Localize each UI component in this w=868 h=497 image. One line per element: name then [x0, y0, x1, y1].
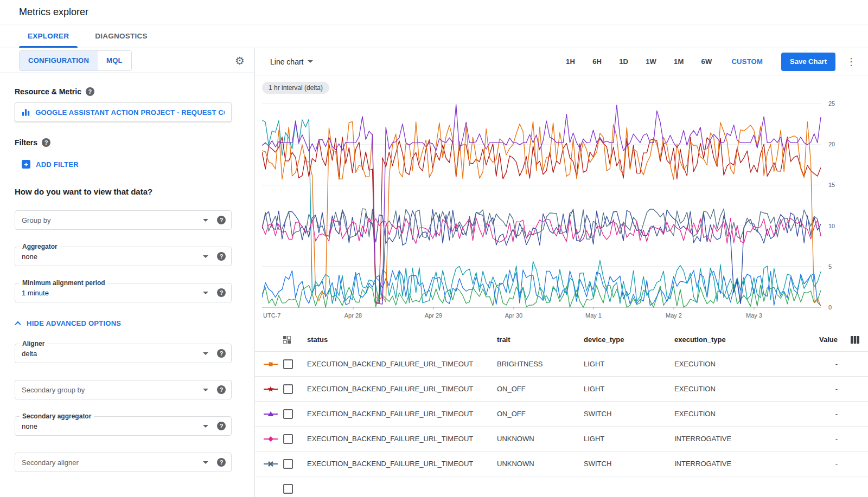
help-icon[interactable]: ?: [217, 252, 226, 261]
row-checkbox[interactable]: [283, 459, 293, 469]
chart-series-slate: [262, 209, 821, 301]
titlebar: Metrics explorer: [0, 0, 868, 24]
y-axis-tick: 0: [828, 304, 832, 311]
table-row: EXECUTION_BACKEND_FAILURE_URL_TIMEOUTBRI…: [255, 352, 868, 377]
main-content: CONFIGURATION MQL ⚙ Resource & Metric ?: [0, 48, 868, 497]
tab-diagnostics[interactable]: DIAGNOSTICS: [82, 24, 161, 48]
select-secondary-aligner[interactable]: Secondary aligner?: [15, 453, 232, 472]
chart-type-label: Line chart: [270, 57, 303, 66]
cell-value: -: [810, 410, 838, 418]
series-table: status trait device_type execution_type …: [255, 328, 868, 497]
hide-advanced-options-toggle[interactable]: HIDE ADVANCED OPTIONS: [16, 319, 121, 327]
select-aggregator[interactable]: Aggregatornone?: [15, 247, 232, 266]
add-filter-label: ADD FILTER: [36, 160, 79, 169]
cell-execution-type: INTERROGATIVE: [674, 460, 810, 468]
settings-gear-icon[interactable]: ⚙: [235, 55, 245, 66]
resource-metric-chip[interactable]: GOOGLE ASSISTANT ACTION PROJECT - REQUES…: [15, 102, 232, 122]
row-checkbox[interactable]: [283, 409, 293, 419]
cell-status: EXECUTION_BACKEND_FAILURE_URL_TIMEOUT: [307, 435, 497, 443]
config-mql-toggle: CONFIGURATION MQL: [19, 50, 132, 71]
chevron-down-icon: [203, 255, 208, 258]
table-row: EXECUTION_BACKEND_FAILURE_URL_TIMEOUTUNK…: [255, 451, 868, 476]
time-range-6h[interactable]: 6H: [592, 57, 602, 66]
cell-status: EXECUTION_BACKEND_FAILURE_URL_TIMEOUT: [307, 385, 497, 393]
select-secondary-aggregator[interactable]: Secondary aggregatornone?: [15, 416, 232, 436]
cell-status: EXECUTION_BACKEND_FAILURE_URL_TIMEOUT: [307, 360, 497, 368]
x-axis-label: UTC-7: [263, 312, 280, 319]
help-icon[interactable]: ?: [217, 422, 226, 430]
help-icon[interactable]: ?: [217, 349, 226, 358]
table-row: EXECUTION_BACKEND_FAILURE_URL_TIMEOUTON_…: [255, 377, 868, 402]
config-form: Resource & Metric ? GOOGLE ASSISTANT ACT…: [0, 73, 254, 489]
plus-icon: +: [22, 160, 30, 169]
cell-status: EXECUTION_BACKEND_FAILURE_URL_TIMEOUT: [307, 410, 497, 418]
series-legend-glyph: [264, 385, 283, 393]
tab-explorer[interactable]: EXPLORER: [15, 24, 82, 48]
chevron-up-icon: [15, 321, 21, 327]
select-value-aligner: delta: [22, 350, 203, 358]
help-icon[interactable]: ?: [217, 216, 226, 224]
table-row: [255, 476, 868, 497]
overflow-menu-icon[interactable]: ⋮: [846, 56, 856, 68]
series-table-body: EXECUTION_BACKEND_FAILURE_URL_TIMEOUTBRI…: [255, 352, 868, 497]
advanced-fields: Alignerdelta?Secondary group by?Secondar…: [15, 344, 246, 472]
select-value-secondary-aggregator: none: [22, 422, 203, 430]
chart-type-dropdown[interactable]: Line chart: [270, 57, 313, 66]
tab-bar: EXPLORER DIAGNOSTICS: [0, 24, 868, 48]
y-axis-tick: 20: [828, 141, 835, 147]
metrics-explorer-app: Metrics explorer EXPLORER DIAGNOSTICS CO…: [0, 0, 868, 497]
select-secondary-group-by[interactable]: Secondary group by?: [15, 380, 232, 399]
select-aligner[interactable]: Alignerdelta?: [15, 344, 232, 363]
column-header-execution-type: execution_type: [674, 335, 810, 344]
chart-area: 1 hr interval (delta) 0510152025UTC-7Apr…: [255, 75, 868, 322]
chart-toolbar: Line chart 1H6H1D1W1M6W CUSTOM Save Char…: [255, 48, 868, 75]
resource-metric-section: Resource & Metric ?: [15, 87, 246, 96]
select-group-by[interactable]: Group by?: [15, 210, 232, 230]
row-checkbox[interactable]: [283, 484, 293, 494]
save-chart-button[interactable]: Save Chart: [781, 53, 835, 71]
field-label-aggregator: Aggregator: [20, 243, 60, 250]
help-icon[interactable]: ?: [217, 288, 226, 297]
time-range-6w[interactable]: 6W: [701, 57, 712, 66]
column-header-device-type: device_type: [584, 335, 674, 344]
column-header-value: Value: [810, 335, 838, 344]
row-checkbox[interactable]: [283, 359, 293, 369]
configuration-panel: CONFIGURATION MQL ⚙ Resource & Metric ?: [0, 48, 255, 497]
chart-panel: Line chart 1H6H1D1W1M6W CUSTOM Save Char…: [255, 48, 868, 497]
chevron-down-icon: [203, 461, 208, 464]
help-icon[interactable]: ?: [217, 385, 226, 394]
interval-chip: 1 hr interval (delta): [262, 82, 329, 94]
series-legend-glyph: [264, 435, 283, 443]
configuration-toggle-button[interactable]: CONFIGURATION: [20, 51, 98, 70]
x-axis-label: May 2: [666, 312, 682, 319]
row-checkbox[interactable]: [283, 384, 293, 394]
help-icon[interactable]: ?: [86, 87, 94, 96]
time-range-1w[interactable]: 1W: [646, 57, 656, 66]
time-range-1m[interactable]: 1M: [674, 57, 684, 66]
cell-device-type: SWITCH: [584, 460, 674, 468]
series-marker-star-icon: [264, 385, 278, 393]
select-minimum-alignment-period[interactable]: Minimum alignment period1 minute?: [15, 283, 232, 302]
cell-device-type: SWITCH: [584, 410, 674, 418]
y-axis-tick: 10: [828, 223, 835, 229]
time-range-1d[interactable]: 1D: [619, 57, 628, 66]
chevron-down-icon: [203, 219, 208, 222]
resource-metric-chip-label: GOOGLE ASSISTANT ACTION PROJECT - REQUES…: [35, 108, 225, 117]
time-range-1h[interactable]: 1H: [566, 57, 575, 66]
y-axis-tick: 5: [828, 263, 832, 270]
row-checkbox[interactable]: [283, 434, 293, 444]
filters-label: Filters: [15, 138, 37, 147]
help-icon[interactable]: ?: [42, 138, 50, 147]
field-label-secondary-aggregator: Secondary aggregator: [20, 412, 94, 420]
x-axis-label: Apr 28: [344, 312, 362, 319]
legend-grid-icon[interactable]: [283, 336, 291, 344]
select-value-group-by: Group by: [22, 216, 203, 224]
table-row: EXECUTION_BACKEND_FAILURE_URL_TIMEOUTON_…: [255, 402, 868, 427]
config-toolbar: CONFIGURATION MQL ⚙: [0, 48, 254, 73]
add-filter-button[interactable]: + ADD FILTER: [22, 160, 79, 169]
column-settings-icon[interactable]: [851, 336, 859, 344]
help-icon[interactable]: ?: [217, 458, 226, 467]
mql-toggle-button[interactable]: MQL: [98, 51, 131, 70]
time-range-custom[interactable]: CUSTOM: [731, 57, 763, 66]
chevron-down-icon: [203, 389, 208, 391]
